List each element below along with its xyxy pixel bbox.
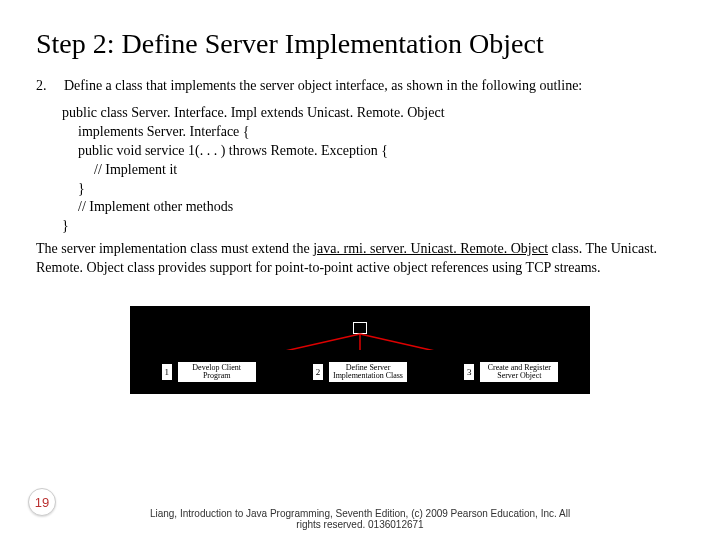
- code-line: }: [62, 180, 684, 199]
- class-link[interactable]: java. rmi. server. Unicast. Remote. Obje…: [313, 241, 548, 256]
- code-line: implements Server. Interface {: [62, 123, 684, 142]
- diagram-step-label: Develop ClientProgram: [177, 361, 257, 383]
- code-line: // Implement other methods: [62, 198, 684, 217]
- slide-title: Step 2: Define Server Implementation Obj…: [36, 28, 684, 60]
- diagram-step: 3 Create and RegisterServer Object: [463, 361, 559, 383]
- code-block: public class Server. Interface. Impl ext…: [62, 104, 684, 236]
- slide: Step 2: Define Server Implementation Obj…: [0, 0, 720, 540]
- diagram-step-label: Define ServerImplementation Class: [328, 361, 408, 383]
- paragraph: The server implementation class must ext…: [36, 240, 684, 278]
- code-line: }: [62, 217, 684, 236]
- diagram: 1 Develop ClientProgram 2 Define ServerI…: [130, 306, 590, 394]
- list-text: Define a class that implements the serve…: [64, 78, 582, 94]
- list-number: 2.: [36, 78, 50, 94]
- diagram-top-bar: [130, 306, 590, 350]
- diagram-step-num: 2: [312, 363, 324, 381]
- diagram-step: 1 Develop ClientProgram: [161, 361, 257, 383]
- diagram-step-num: 3: [463, 363, 475, 381]
- diagram-step-label: Create and RegisterServer Object: [479, 361, 559, 383]
- diagram-bottom-bar: 1 Develop ClientProgram 2 Define ServerI…: [130, 350, 590, 394]
- diagram-root-box: [353, 322, 367, 334]
- footer: Liang, Introduction to Java Programming,…: [0, 508, 720, 530]
- diagram-step-num: 1: [161, 363, 173, 381]
- footer-line: Liang, Introduction to Java Programming,…: [150, 508, 570, 519]
- footer-line: rights reserved. 0136012671: [296, 519, 423, 530]
- para-text: The server implementation class must ext…: [36, 241, 313, 256]
- list-item: 2. Define a class that implements the se…: [36, 78, 684, 94]
- code-line: public void service 1(. . . ) throws Rem…: [62, 142, 684, 161]
- code-line: // Implement it: [62, 161, 684, 180]
- code-line: public class Server. Interface. Impl ext…: [62, 104, 684, 123]
- diagram-step: 2 Define ServerImplementation Class: [312, 361, 408, 383]
